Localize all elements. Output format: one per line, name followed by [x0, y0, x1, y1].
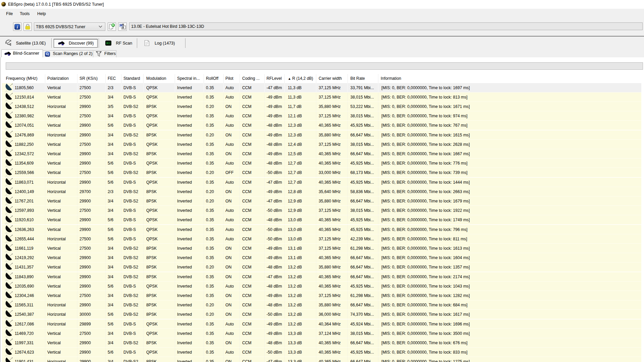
- svg-text:i: i: [17, 24, 18, 29]
